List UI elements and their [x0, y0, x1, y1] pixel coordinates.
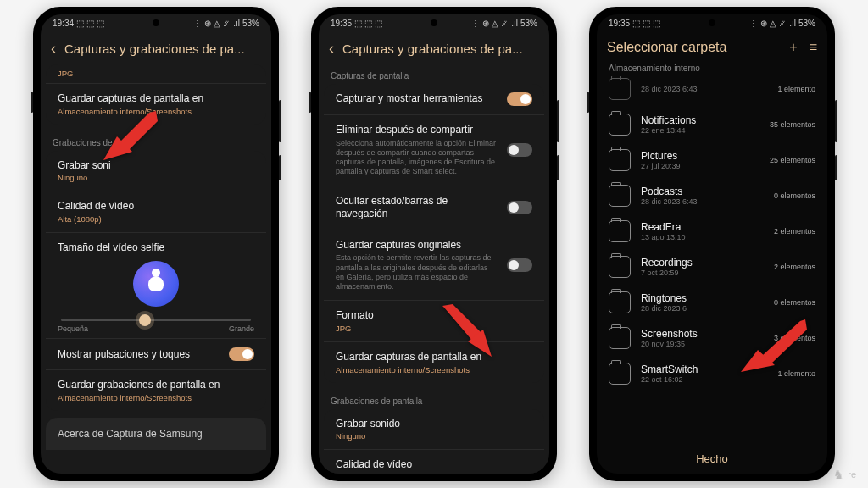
- folder-date: 27 jul 20:39: [641, 162, 760, 170]
- about-row[interactable]: Acerca de Captura de Samsung: [46, 418, 266, 450]
- folder-count: 25 elementos: [770, 156, 815, 164]
- show-taps-row[interactable]: Mostrar pulsaciones y toques: [46, 339, 266, 370]
- folder-name: Recordings: [641, 257, 764, 269]
- watermark: ♞re: [833, 468, 856, 481]
- folder-date: 13 ago 13:10: [641, 233, 764, 241]
- folder-row[interactable]: 28 dic 2023 6:431 elemento: [597, 76, 827, 107]
- folder-icon: [609, 291, 631, 313]
- folder-icon: [609, 220, 631, 242]
- folder-icon: [609, 327, 631, 349]
- folder-icon: [609, 149, 631, 171]
- phone-mockup-1: 19:34⬚ ⬚ ⬚ ⋮ ⊕ ◬ ⫽ .ıl53% ‹ Capturas y g…: [33, 7, 279, 481]
- folder-name: Pictures: [641, 150, 760, 162]
- hide-bars-row[interactable]: Ocultar estado/barras de navegación: [324, 186, 544, 230]
- svg-marker-0: [120, 111, 158, 150]
- page-title: Seleccionar carpeta: [607, 40, 781, 55]
- delete-after-share-row[interactable]: Eliminar después de compartir Selecciona…: [324, 115, 544, 186]
- folder-row[interactable]: Podcasts28 dic 2023 6:430 elementos: [597, 178, 827, 214]
- save-recordings-in-row[interactable]: Guardar grabaciones de pantalla enAlmace…: [46, 370, 266, 411]
- hide-bars-toggle[interactable]: [507, 201, 532, 214]
- folder-date: 28 dic 2023 6: [641, 304, 764, 313]
- back-icon[interactable]: ‹: [51, 40, 56, 58]
- folder-count: 2 elementos: [774, 263, 815, 271]
- video-quality-row[interactable]: Calidad de vídeoAlta (1080p): [324, 450, 544, 474]
- phone-mockup-2: 19:35⬚ ⬚ ⬚ ⋮ ⊕ ◬ ⫽ .ıl53% ‹ Capturas y g…: [311, 7, 557, 481]
- svg-marker-4: [763, 319, 807, 363]
- back-icon[interactable]: ‹: [329, 40, 334, 58]
- folder-count: 1 elemento: [777, 85, 815, 93]
- folder-icon: [609, 185, 631, 207]
- avatar-preview: [133, 261, 179, 307]
- video-quality-row[interactable]: Calidad de vídeoAlta (1080p): [46, 191, 266, 233]
- save-screenshots-in-row[interactable]: Guardar capturas de pantalla enAlmacenam…: [324, 342, 544, 383]
- page-title: Capturas y grabaciones de pa...: [342, 42, 539, 56]
- folder-icon: [609, 114, 631, 136]
- folder-row[interactable]: ReadEra13 ago 13:102 elementos: [597, 214, 827, 249]
- folder-date: 22 ene 13:44: [641, 126, 760, 135]
- folder-icon: [609, 256, 631, 278]
- folder-row[interactable]: Pictures27 jul 20:3925 elementos: [597, 142, 827, 178]
- folder-date: 7 oct 20:59: [641, 269, 764, 277]
- folder-date: 28 dic 2023 6:43: [641, 85, 767, 93]
- save-originals-row[interactable]: Guardar capturas originales Esta opción …: [324, 230, 544, 302]
- selfie-size-row[interactable]: Tamaño del vídeo selfie PequeñaGrande: [46, 233, 266, 339]
- save-originals-toggle[interactable]: [507, 258, 532, 272]
- show-taps-toggle[interactable]: [229, 347, 254, 361]
- folder-list[interactable]: 28 dic 2023 6:431 elementoNotifications2…: [597, 76, 827, 444]
- capture-tools-toggle[interactable]: [507, 92, 532, 106]
- page-title: Capturas y grabaciones de pa...: [64, 42, 261, 56]
- menu-icon[interactable]: ≡: [810, 40, 817, 55]
- size-slider[interactable]: [61, 319, 251, 321]
- format-row[interactable]: FormatoJPG: [324, 301, 544, 342]
- folder-icon: [609, 363, 631, 385]
- folder-date: 28 dic 2023 6:43: [641, 197, 764, 206]
- folder-name: ReadEra: [641, 221, 764, 233]
- capture-tools-row[interactable]: Capturar y mostrar herramientas: [324, 84, 544, 115]
- done-button[interactable]: Hecho: [597, 444, 827, 474]
- folder-date: 22 oct 16:02: [641, 375, 767, 384]
- folder-count: 0 elementos: [774, 298, 815, 307]
- annotation-arrow: [436, 304, 495, 362]
- add-icon[interactable]: +: [789, 40, 797, 55]
- delete-after-share-toggle[interactable]: [507, 143, 532, 157]
- folder-icon: [609, 78, 631, 100]
- folder-row[interactable]: Notifications22 ene 13:4435 elementos: [597, 107, 827, 142]
- annotation-arrow: [100, 109, 159, 162]
- folder-name: Ringtones: [641, 292, 764, 304]
- folder-name: Podcasts: [641, 186, 764, 197]
- folder-row[interactable]: Recordings7 oct 20:592 elementos: [597, 249, 827, 285]
- record-sound-row[interactable]: Grabar sonidoNinguno: [324, 409, 544, 451]
- storage-label: Almacenamiento interno: [597, 62, 827, 76]
- folder-count: 0 elementos: [774, 191, 815, 200]
- phone-mockup-3: 19:35⬚ ⬚ ⬚ ⋮ ⊕ ◬ ⫽ .ıl53% Seleccionar ca…: [589, 7, 835, 481]
- annotation-arrow: [739, 318, 807, 375]
- folder-count: 2 elementos: [774, 227, 815, 236]
- folder-row[interactable]: Ringtones28 dic 2023 60 elementos: [597, 285, 827, 320]
- captures-section-header: Capturas de pantalla: [319, 64, 549, 84]
- folder-count: 35 elementos: [770, 120, 815, 129]
- recordings-section-header: Grabaciones de pantalla: [319, 390, 549, 409]
- folder-name: Notifications: [641, 114, 760, 126]
